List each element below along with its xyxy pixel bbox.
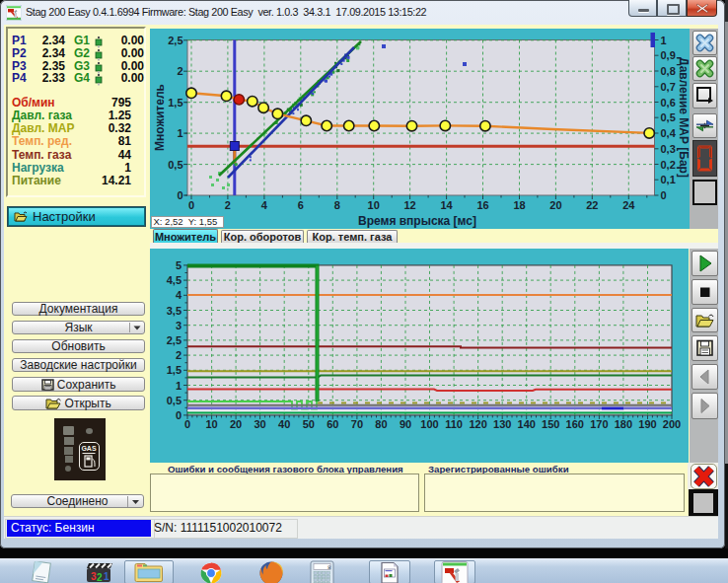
svg-text:0,5: 0,5 bbox=[661, 111, 676, 123]
svg-text:0: 0 bbox=[176, 409, 182, 421]
svg-text:0,3: 0,3 bbox=[661, 143, 676, 155]
svg-text:0,1: 0,1 bbox=[661, 174, 676, 185]
svg-text:1,5: 1,5 bbox=[167, 364, 182, 376]
svg-text:130: 130 bbox=[493, 418, 511, 430]
svg-text:0,4: 0,4 bbox=[661, 127, 677, 139]
svg-text:0,9: 0,9 bbox=[661, 49, 676, 61]
svg-text:2: 2 bbox=[97, 572, 103, 583]
svg-text:1: 1 bbox=[176, 380, 182, 392]
svg-text:0,5: 0,5 bbox=[168, 159, 182, 171]
svg-text:2: 2 bbox=[225, 199, 231, 211]
svg-text:2: 2 bbox=[176, 349, 182, 361]
svg-text:0: 0 bbox=[184, 418, 190, 430]
svg-text:150: 150 bbox=[542, 418, 559, 430]
svg-text:4: 4 bbox=[176, 289, 182, 301]
svg-text:GAS: GAS bbox=[81, 445, 97, 452]
svg-text:70: 70 bbox=[351, 418, 363, 430]
svg-text:60: 60 bbox=[327, 418, 338, 430]
svg-text:2,5: 2,5 bbox=[168, 35, 182, 46]
svg-text:120: 120 bbox=[469, 418, 486, 430]
svg-text:0: 0 bbox=[177, 189, 182, 201]
svg-text:8: 8 bbox=[334, 199, 340, 211]
svg-text:160: 160 bbox=[566, 418, 584, 430]
svg-text:200: 200 bbox=[663, 418, 681, 430]
svg-text:4,5: 4,5 bbox=[167, 274, 182, 286]
svg-text:12: 12 bbox=[403, 199, 415, 211]
svg-text:14: 14 bbox=[440, 199, 453, 211]
svg-text:0,7: 0,7 bbox=[661, 81, 676, 93]
svg-text:30: 30 bbox=[254, 418, 265, 430]
svg-text:Давление МАР [Бар]: Давление МАР [Бар] bbox=[677, 57, 690, 178]
svg-text:40: 40 bbox=[278, 418, 290, 430]
svg-text:5: 5 bbox=[176, 259, 182, 271]
svg-text:0: 0 bbox=[188, 199, 194, 211]
svg-text:1: 1 bbox=[177, 127, 182, 139]
svg-text:2,5: 2,5 bbox=[167, 334, 182, 346]
svg-text:1: 1 bbox=[104, 571, 109, 582]
svg-text:8: 8 bbox=[328, 564, 331, 571]
svg-text:90: 90 bbox=[400, 418, 411, 430]
svg-text:1,5: 1,5 bbox=[168, 97, 182, 109]
svg-text:3: 3 bbox=[176, 320, 182, 331]
svg-text:Множитель: Множитель bbox=[153, 84, 167, 151]
svg-text:0,6: 0,6 bbox=[661, 97, 676, 109]
svg-text:0,2: 0,2 bbox=[661, 159, 676, 171]
svg-text:18: 18 bbox=[513, 199, 525, 211]
svg-text:6: 6 bbox=[298, 199, 304, 211]
svg-text:1: 1 bbox=[661, 35, 667, 46]
svg-text:22: 22 bbox=[586, 199, 598, 211]
svg-text:170: 170 bbox=[590, 418, 608, 430]
svg-text:140: 140 bbox=[518, 418, 536, 430]
svg-text:0,8: 0,8 bbox=[661, 65, 676, 77]
svg-text:3,5: 3,5 bbox=[167, 305, 182, 317]
svg-text:2: 2 bbox=[177, 65, 182, 77]
svg-text:50: 50 bbox=[303, 418, 315, 430]
svg-text:110: 110 bbox=[445, 418, 463, 430]
svg-text:Время впрыска [мс]: Время впрыска [мс] bbox=[358, 214, 476, 228]
svg-text:10: 10 bbox=[205, 418, 217, 430]
svg-text:4: 4 bbox=[261, 199, 268, 211]
svg-text:80: 80 bbox=[375, 418, 387, 430]
svg-text:20: 20 bbox=[230, 418, 242, 430]
svg-text:100: 100 bbox=[420, 418, 438, 430]
svg-text:180: 180 bbox=[615, 418, 632, 430]
svg-text:16: 16 bbox=[476, 199, 488, 211]
svg-text:10: 10 bbox=[368, 199, 380, 211]
svg-text:0,5: 0,5 bbox=[167, 395, 182, 406]
svg-text:20: 20 bbox=[549, 199, 561, 211]
svg-text:24: 24 bbox=[622, 199, 635, 211]
svg-text:190: 190 bbox=[638, 418, 656, 430]
svg-text:0: 0 bbox=[661, 189, 667, 201]
